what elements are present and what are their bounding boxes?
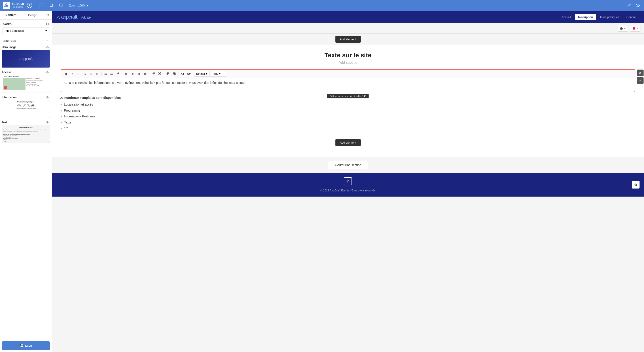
footer-settings-button[interactable]: ⚙ [632, 181, 640, 188]
section-gear-access[interactable]: ⚙ [46, 70, 49, 74]
color-btn[interactable]: ▾ [630, 25, 640, 32]
superscript-button[interactable]: x2 [94, 71, 100, 77]
add-element-top-button[interactable]: Add element [336, 36, 361, 43]
svg-rect-16 [173, 73, 176, 75]
tab-design[interactable]: Design [22, 11, 44, 19]
section-item-text[interactable]: Text ⚙ Texte sur le site Ce site central… [2, 120, 50, 143]
svg-point-11 [110, 74, 111, 74]
top-bar-right [625, 2, 641, 9]
canvas-area: △ appcraft. Add title Accueil Inscriptio… [52, 11, 644, 352]
add-element-top-area: Add element [52, 34, 644, 45]
content-paragraph: Ce site centralise les informations sur … [64, 81, 632, 84]
preview-footer: in © 2023 AppCraft Events - Tous droits … [52, 173, 644, 196]
separator [164, 72, 164, 76]
text-section: Texte sur le site Add subtitle B I U S x… [52, 45, 644, 157]
heading-dropdown[interactable]: Normal ▾ [194, 71, 210, 77]
section-item-information[interactable]: Information ⚙ Informations pratiques 👕 D… [2, 94, 50, 118]
monitor-icon[interactable] [58, 2, 64, 9]
blockquote-button[interactable]: ❝ [115, 71, 121, 77]
bold-button[interactable]: B [63, 71, 69, 77]
sidebar-settings-icon[interactable]: ⚙ [44, 11, 52, 20]
list-item: Programme [64, 108, 636, 113]
section-gear-hero[interactable]: ⚙ [46, 46, 49, 49]
rte-tooltip: Éditeur de texte enrichi, editor145 [327, 94, 369, 98]
chevron-down-icon: ▾ [219, 72, 220, 75]
link-button[interactable] [150, 71, 156, 77]
nav-link-contact[interactable]: Contact [623, 14, 640, 20]
table-button[interactable] [171, 71, 177, 77]
zoom-control[interactable]: Zoom: 100% ▾ [67, 3, 90, 8]
canvas-wrapper: Add element Texte sur le site Add subtit… [52, 34, 644, 201]
italic-button[interactable]: I [69, 71, 75, 77]
logo-icon [3, 2, 10, 9]
font-color-button[interactable]: A▾ [180, 71, 185, 77]
sections-section-header: SECTIONS ＋ [0, 36, 52, 44]
svg-rect-8 [622, 28, 623, 30]
section-label-information: Information ⚙ [2, 94, 50, 100]
preview-logo: △ appcraft. Add title [56, 14, 558, 20]
section-subtitle: Add subtitle [56, 60, 640, 65]
align-center-button[interactable] [130, 71, 136, 77]
pages-settings-icon[interactable]: ⚙ [46, 22, 49, 26]
rte-content[interactable]: Ce site centralise les informations sur … [61, 78, 634, 92]
unordered-list-button[interactable] [109, 71, 115, 77]
align-left-button[interactable] [124, 71, 129, 77]
size-dropdown[interactable]: Taille ▾ [210, 71, 226, 77]
page-selector[interactable]: Infos pratiques ▾ [2, 28, 50, 34]
canvas-content: Add element Texte sur le site Add subtit… [52, 34, 644, 352]
add-element-center-button[interactable]: Add element [336, 139, 361, 146]
sections-label: SECTIONS [3, 40, 16, 42]
heading-dropdown-label: Normal [196, 72, 205, 75]
save-button[interactable]: 💾 Save [2, 341, 50, 350]
nav-link-inscription[interactable]: Inscription [575, 14, 596, 20]
svg-point-9 [632, 27, 635, 30]
subscript-button[interactable]: x2 [88, 71, 94, 77]
svg-rect-1 [6, 5, 7, 7]
section-name-text: Text [2, 121, 7, 124]
align-right-button[interactable] [136, 71, 142, 77]
layout-toggle-btn[interactable]: ▾ [618, 25, 628, 32]
ordered-list-button[interactable] [103, 71, 108, 77]
pages-label: PAGES [3, 23, 12, 26]
content-text-area: De nombreux templates sont disponibles L… [56, 92, 640, 135]
add-section-icon[interactable]: ＋ [46, 38, 49, 43]
eye-icon[interactable] [634, 2, 641, 9]
strikethrough-button[interactable]: S [82, 71, 88, 77]
section-name-information: Information [2, 96, 16, 99]
tab-content[interactable]: Content [0, 11, 22, 19]
rich-text-editor[interactable]: B I U S x2 x2 [61, 69, 635, 92]
separator [122, 72, 122, 76]
section-thumb-hero: △ appcraft. [2, 50, 50, 68]
section-label-access: Access ⚙ [2, 70, 50, 75]
chevron-down-icon: ▾ [624, 26, 626, 30]
add-section-bar: Ajouter une section [52, 157, 644, 173]
add-section-button[interactable]: Ajouter une section [328, 161, 368, 169]
svg-rect-5 [620, 27, 622, 28]
linkedin-icon[interactable]: in [344, 177, 352, 186]
align-justify-button[interactable] [142, 71, 148, 77]
svg-rect-3 [59, 4, 62, 6]
rte-side-controls: ✕ ≡ [637, 70, 644, 84]
sidebar-tabs: Content Design ⚙ [0, 11, 52, 20]
unlink-button[interactable] [157, 71, 162, 77]
template-list: Localisation et accès Programme Informat… [60, 102, 636, 130]
bg-color-button[interactable]: A▾ [186, 71, 192, 77]
section-gear-text[interactable]: ⚙ [46, 120, 49, 124]
nav-link-accueil[interactable]: Accueil [558, 14, 574, 20]
pages-section-header: PAGES ⚙ [0, 20, 52, 28]
close-rte-button[interactable]: ✕ [637, 70, 644, 76]
section-thumb-text: Texte sur le site Ce site centralise les… [2, 125, 50, 143]
edit-icon[interactable] [625, 2, 632, 9]
document-icon[interactable] [38, 2, 45, 9]
section-gear-information[interactable]: ⚙ [46, 96, 49, 99]
underline-button[interactable]: U [76, 71, 82, 77]
help-icon[interactable]: ? [27, 3, 32, 8]
section-item-access[interactable]: Access ⚙ Localisation et accès Comment y… [2, 70, 50, 93]
section-item-hero-image[interactable]: Hero Image ⚙ △ appcraft. [2, 44, 50, 68]
add-title-placeholder[interactable]: Add title [81, 16, 90, 19]
options-rte-button[interactable]: ≡ [637, 77, 644, 84]
nav-link-infos[interactable]: Infos pratiques [597, 14, 622, 20]
image-button[interactable] [165, 71, 171, 77]
bookmark-icon[interactable] [48, 2, 55, 9]
list-item: Localisation et accès [64, 102, 636, 107]
